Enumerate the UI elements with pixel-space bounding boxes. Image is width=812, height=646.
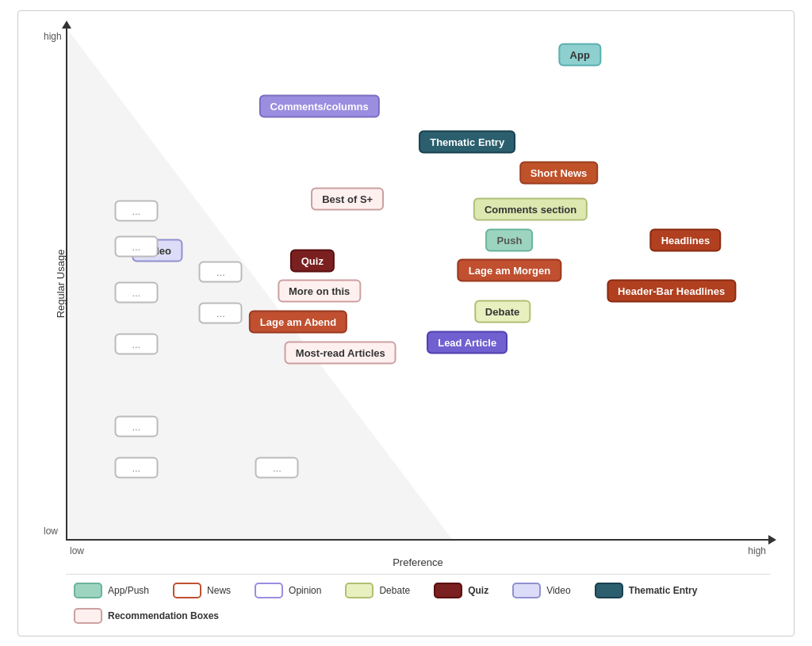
chart-item-dots8: ... xyxy=(114,457,158,478)
chart-item-most-read-articles: Most-read Articles xyxy=(285,342,396,365)
legend-item-thematic-leg: Thematic Entry xyxy=(595,583,698,598)
chart-item-dots5: ... xyxy=(199,303,243,324)
x-axis-label: Preference xyxy=(393,556,443,568)
legend-label-recommendation: Recommendation Boxes xyxy=(108,610,219,621)
chart-item-debate: Debate xyxy=(474,300,530,323)
legend-item-app-push: App/Push xyxy=(74,583,149,598)
legend-label-debate-leg: Debate xyxy=(379,585,410,596)
chart-item-dots7: ... xyxy=(114,415,158,437)
legend-label-opinion: Opinion xyxy=(289,585,321,596)
legend-label-video-leg: Video xyxy=(546,585,570,596)
legend-label-thematic-leg: Thematic Entry xyxy=(629,585,698,596)
chart-item-dots1: ... xyxy=(114,200,158,221)
chart-area: Regular Usage Preference high low low hi… xyxy=(66,27,770,541)
x-axis-high: high xyxy=(748,545,766,556)
legend-item-news: News xyxy=(173,583,231,598)
chart-item-dots6: ... xyxy=(114,334,158,355)
chart-item-lage-am-abend: Lage am Abend xyxy=(249,311,347,334)
legend-label-app-push: App/Push xyxy=(108,585,149,596)
legend-item-opinion: Opinion xyxy=(255,583,321,598)
legend-item-debate-leg: Debate xyxy=(345,583,410,598)
chart-item-dots3: ... xyxy=(199,262,243,283)
legend-item-recommendation: Recommendation Boxes xyxy=(74,608,219,624)
chart-item-quiz: Quiz xyxy=(290,249,335,272)
legend: App/PushNewsOpinionDebateQuizVideoThemat… xyxy=(66,574,770,624)
chart-item-comments-columns: Comments/columns xyxy=(259,95,380,118)
chart-item-dots2: ... xyxy=(114,236,158,258)
chart-item-headlines: Headlines xyxy=(650,228,721,251)
legend-label-quiz-leg: Quiz xyxy=(468,585,488,596)
y-axis-low: low xyxy=(44,526,58,537)
legend-item-video-leg: Video xyxy=(512,583,570,598)
chart-item-comments-section: Comments section xyxy=(473,197,588,220)
legend-item-quiz-leg: Quiz xyxy=(434,583,488,598)
chart-container: Regular Usage Preference high low low hi… xyxy=(17,10,795,636)
chart-item-lead-article: Lead Article xyxy=(427,331,508,354)
chart-item-thematic-entry: Thematic Entry xyxy=(419,131,515,154)
chart-item-dots9: ... xyxy=(255,457,299,478)
y-axis-label: Regular Usage xyxy=(55,249,67,318)
chart-item-app: App xyxy=(559,44,601,67)
x-axis-low: low xyxy=(70,545,84,556)
chart-item-short-news: Short News xyxy=(519,162,599,185)
chart-item-more-on-this: More on this xyxy=(278,280,361,303)
chart-item-header-bar-headlines: Header-Bar Headlines xyxy=(607,280,736,303)
x-axis xyxy=(66,539,770,541)
chart-item-best-of-s: Best of S+ xyxy=(311,187,384,210)
legend-label-news: News xyxy=(207,585,231,596)
chart-item-lage-am-morgen: Lage am Morgen xyxy=(458,259,561,282)
chart-item-push: Push xyxy=(486,228,534,251)
y-axis-high: high xyxy=(44,31,62,42)
chart-item-dots4: ... xyxy=(114,282,158,304)
